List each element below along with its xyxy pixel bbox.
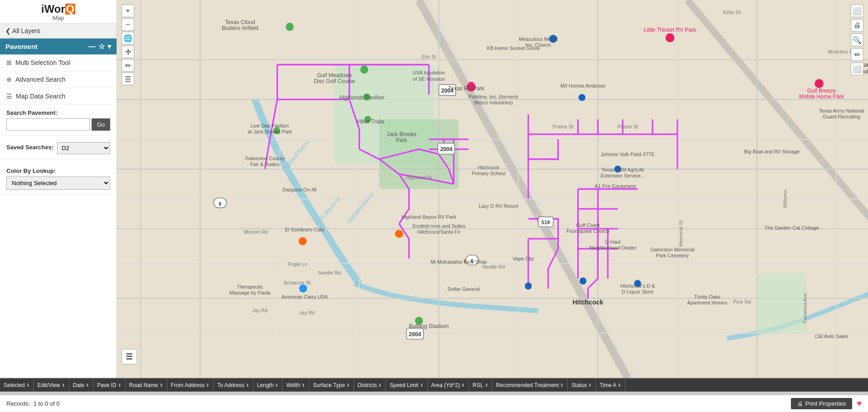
map-controls-left: + − 🌐 ✛ ✏ ☰	[122, 5, 134, 85]
col-length[interactable]: Length ⇕	[254, 379, 283, 392]
svg-text:Park: Park	[396, 137, 408, 143]
search-pavement-input[interactable]	[6, 118, 90, 131]
pencil-button[interactable]: ✏	[122, 59, 134, 72]
sidebar-item-map-data-search[interactable]: ☰ Map Data Search	[0, 88, 117, 105]
svg-text:Daiquiris On #6: Daiquiris On #6	[283, 187, 317, 192]
svg-text:Prairie St: Prairie St	[618, 124, 638, 129]
svg-point-39	[525, 283, 532, 289]
svg-text:Neville Rd: Neville Rd	[318, 270, 341, 275]
records-label: Records:	[6, 400, 30, 407]
svg-text:at Jack Brooks Park: at Jack Brooks Park	[248, 129, 292, 134]
legend-button[interactable]: ☰	[122, 349, 137, 364]
col-to-address[interactable]: To Address ⇕	[214, 379, 253, 392]
col-selected[interactable]: Selected ⇕	[0, 379, 34, 392]
svg-text:Miraculous Medal: Miraculous Medal	[519, 36, 558, 42]
col-area[interactable]: Area (Yd^2) ⇕	[428, 379, 469, 392]
saved-searches-select[interactable]: D2 D1 D3	[57, 142, 110, 154]
svg-text:6: 6	[219, 201, 221, 206]
svg-text:Pine Rd: Pine Rd	[733, 299, 751, 304]
print-icon: 🖨	[797, 400, 803, 407]
map-search-button[interactable]: 🔍	[851, 34, 863, 46]
col-surface-type[interactable]: Surface Type ⇕	[309, 379, 354, 392]
globe-button[interactable]: 🌐	[122, 32, 134, 44]
col-status[interactable]: Status ⇕	[568, 379, 596, 392]
all-layers-item[interactable]: ❮ All Layers	[0, 24, 117, 39]
svg-text:Fogle Ln: Fogle Ln	[288, 261, 307, 267]
logo-q: Q	[65, 4, 76, 15]
svg-point-43	[395, 230, 403, 238]
svg-text:Extension Service...: Extension Service...	[601, 173, 645, 178]
app-logo: iWorQ	[41, 4, 76, 15]
favorite-icon[interactable]: ♥	[857, 399, 862, 408]
table-footer: Records: 1 to 0 of 0 🖨 Print Properties …	[0, 395, 868, 412]
map-right-btn-5[interactable]: ⬜	[851, 63, 863, 75]
svg-text:Massage by Paula: Massage by Paula	[229, 290, 271, 295]
svg-text:Big Boat and RV Storage: Big Boat and RV Storage	[744, 149, 800, 154]
svg-point-42	[299, 237, 307, 245]
sidebar-item-multi-selection[interactable]: ⊞ Multi Selection Tool	[0, 54, 117, 71]
map-draw-button[interactable]: ✏	[851, 48, 863, 61]
color-lookup-select[interactable]: Nothing Selected	[6, 177, 110, 190]
table-header-row: Selected ⇕ Edit/View ⇕ Date ⇕ Pave ID ⇕ …	[0, 379, 868, 392]
svg-text:Galveston Memorial: Galveston Memorial	[650, 247, 694, 252]
svg-text:Gulf Coast: Gulf Coast	[576, 222, 600, 228]
svg-rect-0	[117, 0, 868, 378]
search-go-button[interactable]: Go	[92, 118, 110, 131]
svg-text:519: 519	[541, 220, 550, 225]
svg-text:Williams: Williams	[782, 190, 788, 208]
multi-selection-label: Multi Selection Tool	[15, 59, 70, 66]
zoom-out-button[interactable]: −	[122, 18, 134, 31]
svg-text:Disc Golf Course: Disc Golf Course	[314, 78, 355, 84]
logo-wor: Wor	[44, 3, 65, 15]
svg-text:Neighborhood Dealer: Neighborhood Dealer	[589, 245, 636, 250]
map-data-search-label: Map Data Search	[16, 93, 65, 100]
svg-text:Little Thicket RV Park: Little Thicket RV Park	[644, 27, 697, 33]
svg-point-37	[580, 278, 586, 284]
zoom-in-button[interactable]: +	[122, 5, 134, 17]
svg-text:Inc. Church: Inc. Church	[526, 42, 551, 48]
pavement-star-btn[interactable]: ☆	[98, 42, 105, 51]
svg-point-40	[299, 284, 307, 293]
print-properties-button[interactable]: 🖨 Print Properties	[791, 398, 853, 409]
col-pave-id[interactable]: Pave ID ⇕	[93, 379, 126, 392]
col-date[interactable]: Date ⇕	[69, 379, 93, 392]
pavement-header-controls: — ☆ ▾	[88, 42, 111, 51]
svg-text:Texas A&M AgriLife: Texas A&M AgriLife	[601, 167, 644, 172]
svg-text:Galveston County: Galveston County	[245, 156, 285, 161]
pavement-dropdown-btn[interactable]: ▾	[107, 42, 111, 51]
col-edit-view[interactable]: Edit/View ⇕	[34, 379, 69, 392]
sidebar-item-advanced-search[interactable]: ⊕ Advanced Search	[0, 71, 117, 88]
map-container[interactable]: 2004 2004 6 6 519 2004 Texas Cloud Buste…	[117, 0, 868, 378]
table-scroll-bar[interactable]	[0, 392, 868, 395]
col-rsl[interactable]: RSL ⇕	[469, 379, 492, 392]
pavement-header: Pavement — ☆ ▾	[0, 39, 117, 54]
map-print-button[interactable]: 🖨	[851, 19, 863, 32]
svg-text:Scottish Inns and Suites: Scottish Inns and Suites	[412, 223, 466, 229]
records-value: 1 to 0 of 0	[34, 400, 60, 407]
col-width[interactable]: Width ⇕	[283, 379, 309, 392]
svg-text:Mobile Home Park: Mobile Home Park	[799, 93, 844, 100]
compass-button[interactable]: ✛	[122, 45, 134, 58]
svg-text:Prairie St: Prairie St	[553, 124, 573, 129]
svg-text:Johnnie Volk Field-37TE: Johnnie Volk Field-37TE	[601, 152, 655, 157]
col-recommended-treatment[interactable]: Recommended Treatment ⇕	[493, 379, 568, 392]
svg-text:Trinity Oaks: Trinity Oaks	[694, 294, 721, 299]
svg-point-35	[579, 94, 585, 101]
svg-text:Bulldog Stadium: Bulldog Stadium	[409, 323, 449, 329]
col-road-name[interactable]: Road Name ⇕	[126, 379, 167, 392]
svg-text:Primary School: Primary School	[472, 171, 505, 176]
col-speed-limit[interactable]: Speed Limit ⇕	[386, 379, 427, 392]
layers-button[interactable]: ☰	[122, 73, 134, 85]
svg-text:Apartment Homes: Apartment Homes	[687, 300, 727, 305]
col-time-a[interactable]: Time A ⇕	[596, 379, 625, 392]
pavement-minus-btn[interactable]: —	[88, 43, 96, 51]
map-right-btn-1[interactable]: ⬜	[851, 5, 863, 17]
col-from-address[interactable]: From Address ⇕	[167, 379, 214, 392]
svg-text:Memorial St: Memorial St	[678, 221, 683, 247]
svg-text:Hiker Trails: Hiker Trails	[357, 118, 384, 125]
color-lookup-section: Color By Lookup: Nothing Selected	[0, 159, 117, 195]
col-districts[interactable]: Districts ⇕	[354, 379, 386, 392]
svg-text:Hitchcock: Hitchcock	[478, 165, 499, 170]
multi-selection-icon: ⊞	[6, 59, 12, 66]
svg-text:Mecom Rd: Mecom Rd	[244, 229, 268, 235]
